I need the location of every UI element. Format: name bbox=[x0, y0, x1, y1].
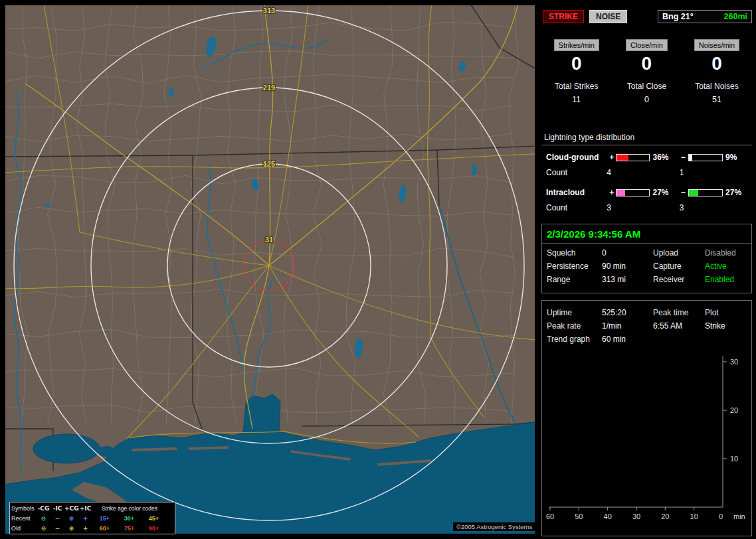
ic-positive-bar bbox=[616, 189, 650, 196]
x-axis-unit: min bbox=[733, 512, 745, 520]
receiver-status: Enabled bbox=[705, 275, 751, 284]
ic-positive-pct: 27% bbox=[652, 188, 679, 197]
capture-label: Capture bbox=[653, 262, 705, 271]
minus-sign: − bbox=[679, 153, 687, 162]
recent-cg-pos-icon: ⊕ bbox=[64, 515, 78, 522]
recent-ic-pos-icon: + bbox=[78, 515, 92, 522]
total-close-label: Total Close bbox=[612, 82, 682, 91]
total-strikes-value: 11 bbox=[541, 95, 612, 104]
squelch-value: 0 bbox=[602, 248, 653, 258]
x-tick-10: 10 bbox=[690, 512, 698, 520]
x-tick-50: 50 bbox=[575, 512, 583, 520]
trend-graph-label: Trend graph bbox=[547, 335, 602, 344]
settings-row-range: Range 313 mi Receiver Enabled bbox=[542, 273, 751, 286]
old-cg-pos-icon: ⊕ bbox=[64, 525, 78, 532]
recent-cg-neg-icon: ⊖ bbox=[37, 515, 50, 522]
clock-settings-panel: 2/3/2026 9:34:56 AM Squelch 0 Upload Dis… bbox=[541, 224, 752, 293]
cg-positive-count: 4 bbox=[607, 168, 679, 177]
legend-symbols-title: Symbols bbox=[11, 505, 37, 512]
lightning-map[interactable]: 313 219 125 31 bbox=[5, 5, 535, 534]
persistence-label: Persistence bbox=[547, 262, 602, 271]
trend-graph: 30 20 10 60 50 40 30 20 10 0 min bbox=[543, 352, 753, 526]
ring-label-31: 31 bbox=[265, 236, 273, 244]
settings-row-persistence: Persistence 90 min Capture Active bbox=[542, 260, 751, 273]
peak-time-label: Peak time bbox=[653, 308, 705, 317]
ring-label-125: 125 bbox=[263, 160, 275, 168]
x-tick-40: 40 bbox=[604, 512, 612, 520]
total-strikes-label: Total Strikes bbox=[541, 82, 612, 91]
lake-pontchartrain bbox=[33, 434, 100, 463]
total-close-value: 0 bbox=[612, 95, 682, 104]
nexstorm-window: 313 219 125 31 Symbols -CG -IC +CG +IC S… bbox=[0, 0, 756, 539]
plus-sign: + bbox=[608, 153, 616, 162]
count-label: Count bbox=[546, 168, 607, 177]
age-90: 90+ bbox=[142, 525, 166, 532]
legend-age-title: Strike age color codes bbox=[92, 505, 167, 512]
old-ic-neg-icon: − bbox=[50, 525, 64, 532]
old-cg-neg-icon: ⊖ bbox=[37, 525, 50, 532]
total-noises-label: Total Noises bbox=[682, 82, 752, 91]
total-noises-value: 51 bbox=[682, 95, 752, 104]
persistence-value: 90 min bbox=[602, 262, 653, 271]
noise-indicator[interactable]: NOISE bbox=[589, 10, 627, 23]
x-tick-60: 60 bbox=[546, 512, 554, 520]
cloud-ground-row: Cloud-ground + 36% − 9% bbox=[541, 150, 752, 165]
stats-row-trend: Trend graph 60 min bbox=[542, 333, 751, 346]
stats-row-1: Uptime 525:20 Peak time Plot bbox=[542, 306, 751, 319]
intracloud-row: Intracloud + 27% − 27% bbox=[541, 185, 752, 200]
range-value: 313 mi bbox=[602, 275, 653, 284]
trend-window-value: 60 min bbox=[602, 335, 653, 344]
peak-time-value: 6:55 AM bbox=[653, 321, 705, 331]
receiver-label: Receiver bbox=[653, 275, 705, 284]
noises-per-min-value: 0 bbox=[682, 54, 752, 74]
legend-recent-label: Recent bbox=[11, 515, 37, 522]
ring-label-219: 219 bbox=[263, 84, 275, 92]
upload-status: Disabled bbox=[705, 248, 751, 258]
strike-legend: Symbols -CG -IC +CG +IC Strike age color… bbox=[9, 502, 175, 534]
cg-negative-count: 1 bbox=[680, 168, 752, 177]
strikes-per-min-counter: Strikes/min 0 Total Strikes 11 bbox=[541, 38, 612, 104]
uptime-value: 525:20 bbox=[602, 308, 653, 317]
cg-positive-bar bbox=[616, 154, 650, 161]
y-tick-20: 20 bbox=[730, 406, 738, 414]
cg-positive-pct: 36% bbox=[652, 153, 679, 162]
squelch-label: Squelch bbox=[547, 248, 602, 258]
plot-value: Strike bbox=[705, 321, 751, 331]
age-75: 75+ bbox=[117, 525, 142, 532]
uptime-label: Uptime bbox=[547, 308, 602, 317]
ic-negative-pct: 27% bbox=[725, 188, 752, 197]
datetime-display: 2/3/2026 9:34:56 AM bbox=[542, 228, 751, 240]
capture-status: Active bbox=[705, 262, 751, 271]
legend-col-ic-pos: +IC bbox=[78, 505, 92, 512]
status-panel: STRIKE NOISE Bng 21° 260mi Strikes/min 0… bbox=[541, 0, 752, 539]
strike-indicator[interactable]: STRIKE bbox=[543, 10, 584, 23]
age-15: 15+ bbox=[92, 515, 117, 522]
cg-negative-bar bbox=[688, 154, 723, 161]
age-60: 60+ bbox=[92, 525, 117, 532]
legend-col-ic-neg: -IC bbox=[50, 505, 64, 512]
y-tick-30: 30 bbox=[730, 358, 738, 366]
bearing-readout: Bng 21° 260mi bbox=[658, 10, 752, 23]
cloud-ground-count-row: Count 4 1 bbox=[541, 165, 752, 181]
age-45: 45+ bbox=[142, 515, 166, 522]
range-label: Range bbox=[547, 275, 602, 284]
y-tick-10: 10 bbox=[730, 455, 738, 463]
intracloud-label: Intracloud bbox=[546, 188, 608, 197]
cg-negative-pct: 9% bbox=[725, 153, 752, 162]
bearing-range-value: 260mi bbox=[724, 12, 747, 21]
noises-per-min-counter: Noises/min 0 Total Noises 51 bbox=[682, 38, 752, 104]
map-canvas: 313 219 125 31 bbox=[5, 5, 535, 534]
copyright-text: ©2005 Astrogenic Systems bbox=[453, 522, 535, 531]
ic-negative-bar bbox=[688, 189, 723, 196]
plot-label: Plot bbox=[705, 308, 751, 317]
close-per-min-badge: Close/min bbox=[626, 39, 668, 51]
recent-ic-neg-icon: − bbox=[50, 515, 64, 522]
cloud-ground-label: Cloud-ground bbox=[546, 153, 608, 162]
x-tick-0: 0 bbox=[719, 512, 723, 520]
ring-label-313: 313 bbox=[263, 7, 275, 15]
distribution-title: Lightning type distribution bbox=[541, 131, 752, 145]
strikes-per-min-badge: Strikes/min bbox=[554, 39, 599, 51]
legend-old-label: Old bbox=[11, 525, 37, 532]
indicator-strip: STRIKE NOISE Bng 21° 260mi bbox=[543, 9, 752, 24]
ic-negative-count: 3 bbox=[680, 203, 752, 212]
